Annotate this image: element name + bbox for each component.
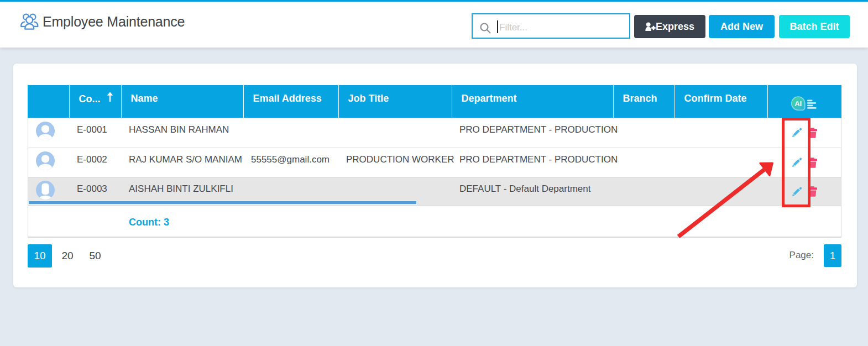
- svg-text:AI: AI: [794, 99, 802, 107]
